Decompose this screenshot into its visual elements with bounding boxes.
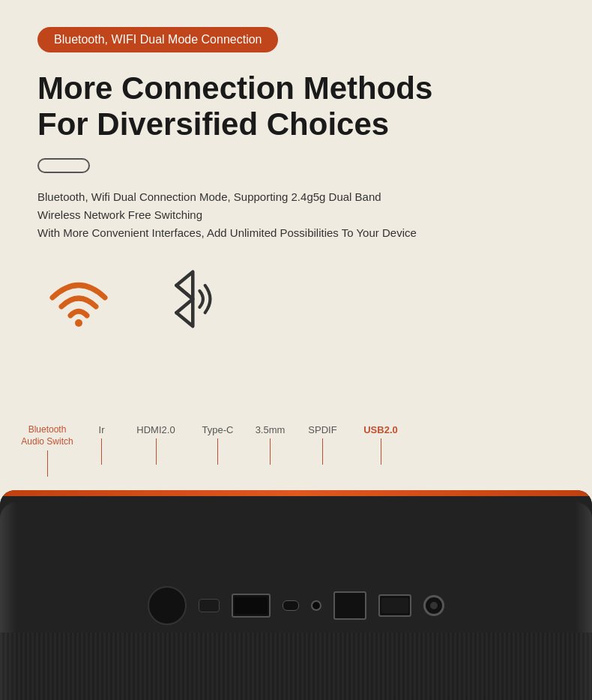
ir-port bbox=[199, 599, 220, 612]
svg-point-0 bbox=[75, 319, 82, 327]
port-line-4 bbox=[217, 438, 218, 465]
port-label-text-ir: Ir bbox=[99, 424, 105, 435]
port-label-bluetooth-audio: BluetoothAudio Switch bbox=[13, 424, 81, 477]
port-label-35mm: 3.5mm bbox=[246, 424, 295, 465]
device-section bbox=[0, 490, 592, 700]
divider-line bbox=[37, 158, 90, 173]
bluetooth-button bbox=[148, 586, 187, 625]
device-body bbox=[0, 496, 592, 700]
icons-row bbox=[37, 269, 555, 329]
port-label-text-typec: Type-C bbox=[202, 424, 234, 435]
port-label-text-hdmi: HDMI2.0 bbox=[136, 424, 175, 435]
usb-port bbox=[378, 594, 411, 617]
usb-inner bbox=[381, 598, 408, 613]
port-label-text-35mm: 3.5mm bbox=[256, 424, 286, 435]
wifi-icon bbox=[45, 269, 112, 329]
port-line-3 bbox=[156, 438, 157, 465]
hdmi-inner bbox=[235, 597, 268, 614]
port-label-text-spdif: SPDIF bbox=[308, 424, 336, 435]
port-line-7 bbox=[381, 438, 381, 465]
typec-port bbox=[283, 600, 299, 611]
spdif-port bbox=[333, 591, 366, 620]
port-line-6 bbox=[322, 438, 323, 465]
port-line-5 bbox=[270, 438, 271, 465]
jack-port bbox=[311, 600, 321, 611]
port-line-1 bbox=[47, 450, 48, 477]
port-label-ir: Ir bbox=[81, 424, 122, 465]
port-label-text-usb: USB2.0 bbox=[363, 424, 398, 435]
main-title: More Connection Methods For Diversified … bbox=[37, 70, 555, 143]
port-label-typec: Type-C bbox=[190, 424, 246, 465]
port-label-hdmi: HDMI2.0 bbox=[122, 424, 190, 465]
port-labels-row: BluetoothAudio Switch Ir HDMI2.0 Type-C … bbox=[0, 424, 592, 484]
speaker-mesh bbox=[0, 633, 592, 700]
port-line-2 bbox=[101, 438, 102, 465]
dc-port bbox=[423, 595, 444, 616]
device-top-border bbox=[0, 490, 592, 496]
page-wrapper: Bluetooth, WIFI Dual Mode Connection Mor… bbox=[0, 0, 592, 700]
connection-badge: Bluetooth, WIFI Dual Mode Connection bbox=[37, 27, 278, 52]
hdmi-port bbox=[232, 594, 271, 618]
port-label-text-bluetooth-audio: BluetoothAudio Switch bbox=[21, 424, 73, 447]
bluetooth-icon bbox=[157, 269, 232, 329]
dc-inner bbox=[430, 602, 438, 609]
port-label-usb: USB2.0 bbox=[351, 424, 411, 465]
description-text: Bluetooth, Wifi Dual Connection Mode, Su… bbox=[37, 188, 555, 242]
port-label-spdif: SPDIF bbox=[295, 424, 351, 465]
top-section: Bluetooth, WIFI Dual Mode Connection Mor… bbox=[0, 0, 592, 381]
port-labels-section: BluetoothAudio Switch Ir HDMI2.0 Type-C … bbox=[0, 424, 592, 484]
ports-panel bbox=[125, 586, 467, 625]
